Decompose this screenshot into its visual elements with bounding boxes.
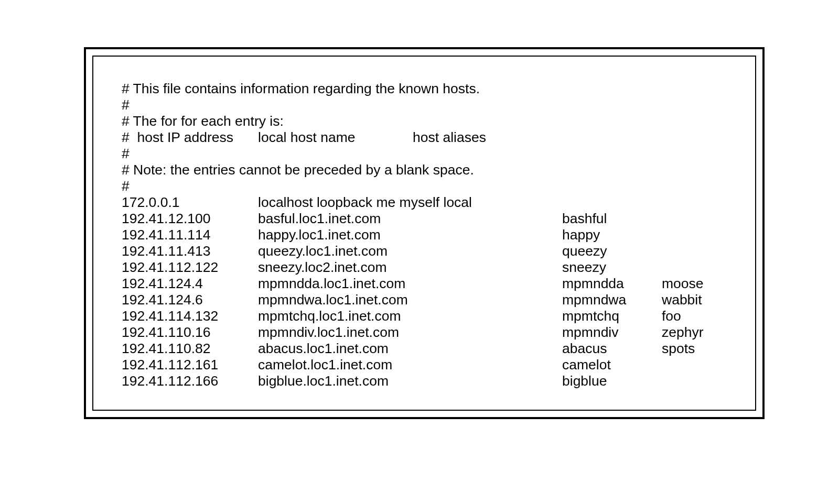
comment-line: # Note: the entries cannot be preceded b… — [122, 162, 727, 178]
host-ip: 192.41.112.122 — [122, 259, 258, 276]
host-ip: 192.41.110.82 — [122, 341, 258, 357]
host-alias-2: spots — [662, 341, 695, 357]
host-alias-1: bashful — [562, 211, 662, 227]
host-ip: 192.41.124.4 — [122, 276, 258, 292]
host-alias-2: wabbit — [662, 292, 702, 308]
host-alias-1: abacus — [562, 341, 662, 357]
host-name: mpmtchq.loc1.inet.com — [258, 308, 562, 324]
host-name: queezy.loc1.inet.com — [258, 243, 562, 259]
host-entry: 192.41.114.132mpmtchq.loc1.inet.commpmtc… — [122, 308, 727, 324]
host-alias-1: mpmndiv — [562, 324, 662, 341]
host-alias-1: queezy — [562, 243, 662, 259]
host-entry: 172.0.0.1localhost loopback me myself lo… — [122, 194, 727, 211]
comment-line: # — [122, 97, 727, 113]
host-name: localhost loopback me myself local — [258, 194, 562, 211]
host-entry: 192.41.110.16mpmndiv.loc1.inet.commpmndi… — [122, 324, 727, 341]
host-alias-2: zephyr — [662, 324, 704, 341]
comment-line: # The for for each entry is: — [122, 113, 727, 129]
host-ip: 192.41.112.161 — [122, 357, 258, 373]
comment-header-line: # host IP address local host name host a… — [122, 129, 727, 146]
host-name: mpmndiv.loc1.inet.com — [258, 324, 562, 341]
document-frame: # This file contains information regardi… — [84, 47, 765, 419]
host-name: camelot.loc1.inet.com — [258, 357, 562, 373]
host-ip: 192.41.11.413 — [122, 243, 258, 259]
host-name: bigblue.loc1.inet.com — [258, 373, 562, 389]
host-entry: 192.41.112.166bigblue.loc1.inet.combigbl… — [122, 373, 727, 389]
host-name: happy.loc1.inet.com — [258, 227, 562, 243]
host-ip: 192.41.124.6 — [122, 292, 258, 308]
host-name: sneezy.loc2.inet.com — [258, 259, 562, 276]
host-ip: 192.41.114.132 — [122, 308, 258, 324]
host-alias-1: mpmndwa — [562, 292, 662, 308]
host-name: abacus.loc1.inet.com — [258, 341, 562, 357]
host-ip: 172.0.0.1 — [122, 194, 258, 211]
host-entry: 192.41.112.122sneezy.loc2.inet.comsneezy — [122, 259, 727, 276]
header-alias: host aliases — [413, 129, 486, 146]
host-alias-1 — [562, 194, 662, 211]
host-name: mpmndwa.loc1.inet.com — [258, 292, 562, 308]
host-alias-2: moose — [662, 276, 704, 292]
host-entry: 192.41.112.161camelot.loc1.inet.comcamel… — [122, 357, 727, 373]
host-ip: 192.41.112.166 — [122, 373, 258, 389]
host-entry: 192.41.12.100basful.loc1.inet.combashful — [122, 211, 727, 227]
host-entry: 192.41.110.82abacus.loc1.inet.comabacuss… — [122, 341, 727, 357]
header-name: local host name — [258, 129, 413, 146]
comment-line: # — [122, 146, 727, 162]
comment-line: # — [122, 178, 727, 194]
host-entry: 192.41.124.6mpmndwa.loc1.inet.commpmndwa… — [122, 292, 727, 308]
document-body: # This file contains information regardi… — [92, 56, 756, 411]
host-ip: 192.41.110.16 — [122, 324, 258, 341]
host-alias-1: happy — [562, 227, 662, 243]
host-alias-1: camelot — [562, 357, 662, 373]
host-entry: 192.41.11.114happy.loc1.inet.comhappy — [122, 227, 727, 243]
host-name: mpmndda.loc1.inet.com — [258, 276, 562, 292]
host-alias-1: bigblue — [562, 373, 662, 389]
host-name: basful.loc1.inet.com — [258, 211, 562, 227]
hosts-entries: 172.0.0.1localhost loopback me myself lo… — [122, 194, 727, 389]
host-entry: 192.41.124.4mpmndda.loc1.inet.commpmndda… — [122, 276, 727, 292]
host-ip: 192.41.12.100 — [122, 211, 258, 227]
comment-line: # This file contains information regardi… — [122, 81, 727, 97]
host-alias-1: sneezy — [562, 259, 662, 276]
host-alias-1: mpmtchq — [562, 308, 662, 324]
host-ip: 192.41.11.114 — [122, 227, 258, 243]
host-alias-2: foo — [662, 308, 681, 324]
host-alias-1: mpmndda — [562, 276, 662, 292]
header-ip: # host IP address — [122, 129, 258, 146]
host-entry: 192.41.11.413queezy.loc1.inet.comqueezy — [122, 243, 727, 259]
